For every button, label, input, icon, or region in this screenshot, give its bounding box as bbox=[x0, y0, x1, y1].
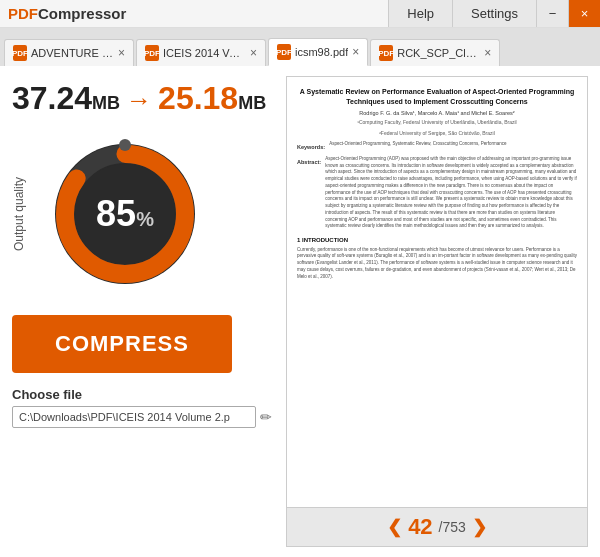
file-path-input[interactable] bbox=[12, 406, 256, 428]
main-content: 37.24 MB → 25.18 MB Output quality bbox=[0, 66, 600, 557]
size-before: 37.24 bbox=[12, 80, 92, 117]
pdf-abstract: Aspect-Oriented Programming (AOP) was pr… bbox=[325, 156, 577, 230]
minimize-button[interactable]: − bbox=[536, 0, 568, 27]
total-pages: /753 bbox=[439, 519, 466, 535]
tab-close-button[interactable]: × bbox=[352, 45, 359, 59]
logo-pdf: PDF bbox=[8, 5, 38, 22]
choose-file-section: Choose file ✏ bbox=[12, 387, 272, 428]
quality-label: Output quality bbox=[12, 177, 26, 251]
quality-percent: 85 bbox=[96, 193, 136, 234]
compress-button[interactable]: COMPRESS bbox=[12, 315, 232, 373]
pdf-subtitle: Rodrigo F. G. da Silva¹, Marcelo A. Maia… bbox=[297, 110, 577, 118]
donut-center: 85% bbox=[96, 196, 154, 232]
pdf-nav-bar: ❮ 42 /753 ❯ bbox=[287, 507, 587, 546]
pdf-content: A Systematic Review on Performance Evalu… bbox=[287, 77, 587, 507]
next-page-button[interactable]: ❯ bbox=[472, 516, 487, 538]
tab-tab1[interactable]: PDFADVENTURE NE× bbox=[4, 39, 134, 66]
tab-label: ADVENTURE NE bbox=[31, 47, 114, 59]
tab-label: icsm98.pdf bbox=[295, 46, 348, 58]
keywords-label: Keywords: bbox=[297, 144, 325, 152]
title-nav: Help Settings bbox=[388, 0, 536, 27]
pdf-preview-panel: A Systematic Review on Performance Evalu… bbox=[286, 76, 588, 547]
left-panel: 37.24 MB → 25.18 MB Output quality bbox=[12, 76, 272, 547]
current-page: 42 bbox=[408, 514, 432, 540]
size-display: 37.24 MB → 25.18 MB bbox=[12, 80, 266, 117]
size-after: 25.18 bbox=[158, 80, 238, 117]
pdf-section1-heading: 1 INTRODUCTION bbox=[297, 236, 577, 244]
choose-file-label: Choose file bbox=[12, 387, 272, 402]
quality-section: Output quality 85% bbox=[12, 129, 272, 299]
pdf-tab-icon: PDF bbox=[379, 45, 393, 61]
tab-tab3[interactable]: PDFicsm98.pdf× bbox=[268, 38, 368, 66]
svg-point-4 bbox=[119, 139, 131, 151]
size-arrow: → bbox=[126, 85, 152, 116]
pdf-keywords: Aspect-Oriented Programming, Systematic … bbox=[329, 141, 506, 151]
prev-page-button[interactable]: ❮ bbox=[387, 516, 402, 538]
choose-file-input-row: ✏ bbox=[12, 406, 272, 428]
quality-percent-sign: % bbox=[136, 208, 154, 230]
total-pages-value: 753 bbox=[443, 519, 466, 535]
pdf-tab-icon: PDF bbox=[277, 44, 291, 60]
tab-close-button[interactable]: × bbox=[250, 46, 257, 60]
tab-label: ICEIS 2014 Volum bbox=[163, 47, 246, 59]
title-bar: PDF Compressor Help Settings − × bbox=[0, 0, 600, 28]
tab-bar: PDFADVENTURE NE×PDFICEIS 2014 Volum×PDFi… bbox=[0, 28, 600, 66]
tab-close-button[interactable]: × bbox=[484, 46, 491, 60]
donut-chart[interactable]: 85% bbox=[40, 129, 210, 299]
tab-tab4[interactable]: PDFRCK_SCP_Clones× bbox=[370, 39, 500, 66]
app-logo: PDF Compressor bbox=[0, 0, 134, 27]
pencil-icon[interactable]: ✏ bbox=[260, 409, 272, 425]
tab-close-button[interactable]: × bbox=[118, 46, 125, 60]
size-after-unit: MB bbox=[238, 93, 266, 114]
pdf-intro-text: Currently, performance is one of the non… bbox=[297, 247, 577, 281]
window-controls: − × bbox=[536, 0, 600, 27]
help-button[interactable]: Help bbox=[388, 0, 452, 27]
pdf-tab-icon: PDF bbox=[13, 45, 27, 61]
settings-button[interactable]: Settings bbox=[452, 0, 536, 27]
pdf-affil1: ¹Computing Faculty, Federal University o… bbox=[297, 119, 577, 126]
logo-compressor: Compressor bbox=[38, 5, 126, 22]
size-before-unit: MB bbox=[92, 93, 120, 114]
tab-label: RCK_SCP_Clones bbox=[397, 47, 480, 59]
close-button[interactable]: × bbox=[568, 0, 600, 27]
pdf-affil2: ²Federal University of Sergipe, São Cris… bbox=[297, 130, 577, 137]
pdf-tab-icon: PDF bbox=[145, 45, 159, 61]
abstract-label: Abstract: bbox=[297, 159, 321, 231]
pdf-title: A Systematic Review on Performance Evalu… bbox=[297, 87, 577, 107]
tab-tab2[interactable]: PDFICEIS 2014 Volum× bbox=[136, 39, 266, 66]
